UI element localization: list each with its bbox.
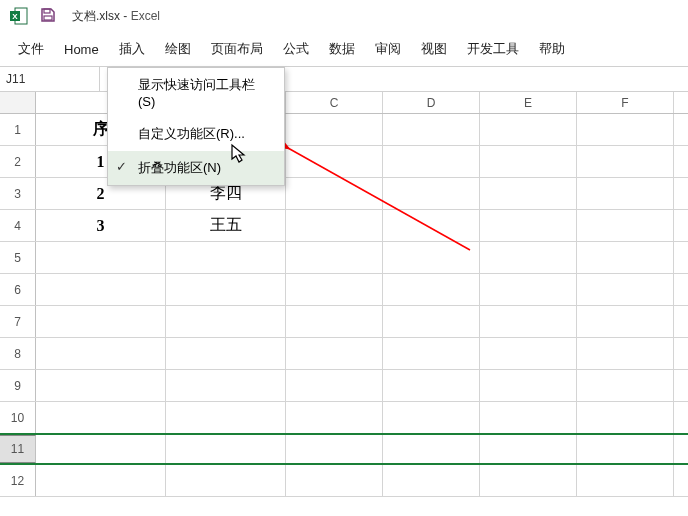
cell[interactable] — [286, 242, 383, 273]
col-header-E[interactable]: E — [480, 92, 577, 113]
cell[interactable] — [577, 242, 674, 273]
col-header-D[interactable]: D — [383, 92, 480, 113]
cell[interactable] — [166, 370, 286, 401]
cell[interactable] — [577, 114, 674, 145]
cell[interactable] — [36, 242, 166, 273]
cell[interactable] — [577, 370, 674, 401]
cell[interactable] — [286, 370, 383, 401]
cell[interactable] — [166, 338, 286, 369]
cell[interactable] — [36, 274, 166, 305]
col-header-C[interactable]: C — [286, 92, 383, 113]
cell[interactable] — [166, 242, 286, 273]
cell[interactable] — [577, 338, 674, 369]
cell[interactable] — [286, 146, 383, 177]
row-header[interactable]: 3 — [0, 178, 36, 209]
cell[interactable] — [286, 114, 383, 145]
cell[interactable] — [286, 338, 383, 369]
cell[interactable] — [480, 178, 577, 209]
ctx-label: 折叠功能区(N) — [138, 160, 221, 175]
cell[interactable] — [577, 210, 674, 241]
col-header-F[interactable]: F — [577, 92, 674, 113]
cell[interactable] — [577, 402, 674, 433]
row-header[interactable]: 8 — [0, 338, 36, 369]
menu-developer[interactable]: 开发工具 — [457, 34, 529, 64]
cell[interactable] — [480, 210, 577, 241]
cell[interactable] — [286, 274, 383, 305]
cell[interactable] — [166, 402, 286, 433]
cell-A4[interactable]: 3 — [36, 210, 166, 241]
cell[interactable] — [577, 146, 674, 177]
cell[interactable] — [166, 274, 286, 305]
cell[interactable] — [480, 465, 577, 496]
cell[interactable] — [480, 370, 577, 401]
cell[interactable] — [166, 306, 286, 337]
cell[interactable] — [480, 402, 577, 433]
ctx-customize-ribbon[interactable]: 自定义功能区(R)... — [108, 117, 284, 151]
row-header[interactable]: 1 — [0, 114, 36, 145]
cell[interactable] — [383, 435, 480, 463]
cell[interactable] — [36, 465, 166, 496]
menu-file[interactable]: 文件 — [8, 34, 54, 64]
cell[interactable] — [286, 306, 383, 337]
cell[interactable] — [286, 435, 383, 463]
menu-home[interactable]: Home — [54, 36, 109, 63]
menu-formulas[interactable]: 公式 — [273, 34, 319, 64]
menu-insert[interactable]: 插入 — [109, 34, 155, 64]
cell[interactable] — [383, 402, 480, 433]
cell[interactable] — [383, 210, 480, 241]
cell[interactable] — [383, 370, 480, 401]
menu-layout[interactable]: 页面布局 — [201, 34, 273, 64]
row-header[interactable]: 4 — [0, 210, 36, 241]
row-header[interactable]: 2 — [0, 146, 36, 177]
cell[interactable] — [383, 274, 480, 305]
row-header[interactable]: 7 — [0, 306, 36, 337]
cell[interactable] — [286, 402, 383, 433]
menu-review[interactable]: 审阅 — [365, 34, 411, 64]
save-icon[interactable] — [40, 7, 58, 25]
cell[interactable] — [383, 465, 480, 496]
cell[interactable] — [577, 178, 674, 209]
cell[interactable] — [480, 435, 577, 463]
cell[interactable] — [383, 242, 480, 273]
row-header[interactable]: 12 — [0, 465, 36, 496]
cell[interactable] — [36, 435, 166, 463]
cell[interactable] — [286, 178, 383, 209]
cell[interactable] — [36, 370, 166, 401]
name-box[interactable]: J11 — [0, 67, 100, 91]
cell[interactable] — [36, 402, 166, 433]
ctx-show-qat[interactable]: 显示快速访问工具栏(S) — [108, 68, 284, 117]
menu-help[interactable]: 帮助 — [529, 34, 575, 64]
cell[interactable] — [577, 306, 674, 337]
select-all-corner[interactable] — [0, 92, 36, 113]
row-header[interactable]: 6 — [0, 274, 36, 305]
ctx-collapse-ribbon[interactable]: ✓ 折叠功能区(N) — [108, 151, 284, 185]
cell[interactable] — [383, 146, 480, 177]
cell[interactable] — [383, 306, 480, 337]
cell[interactable] — [286, 210, 383, 241]
cell[interactable] — [383, 114, 480, 145]
cell[interactable] — [480, 114, 577, 145]
cell[interactable] — [166, 465, 286, 496]
row-header[interactable]: 11 — [0, 435, 36, 463]
menu-view[interactable]: 视图 — [411, 34, 457, 64]
cell[interactable] — [480, 338, 577, 369]
menu-draw[interactable]: 绘图 — [155, 34, 201, 64]
cell[interactable] — [286, 465, 383, 496]
cell[interactable] — [36, 338, 166, 369]
menu-data[interactable]: 数据 — [319, 34, 365, 64]
cell[interactable] — [480, 306, 577, 337]
row-header[interactable]: 5 — [0, 242, 36, 273]
row-header[interactable]: 10 — [0, 402, 36, 433]
cell[interactable] — [166, 435, 286, 463]
cell[interactable] — [480, 274, 577, 305]
cell[interactable] — [577, 274, 674, 305]
cell-B4[interactable]: 王五 — [166, 210, 286, 241]
row-header[interactable]: 9 — [0, 370, 36, 401]
cell[interactable] — [383, 178, 480, 209]
cell[interactable] — [480, 146, 577, 177]
cell[interactable] — [577, 465, 674, 496]
cell[interactable] — [480, 242, 577, 273]
cell[interactable] — [577, 435, 674, 463]
cell[interactable] — [383, 338, 480, 369]
cell[interactable] — [36, 306, 166, 337]
